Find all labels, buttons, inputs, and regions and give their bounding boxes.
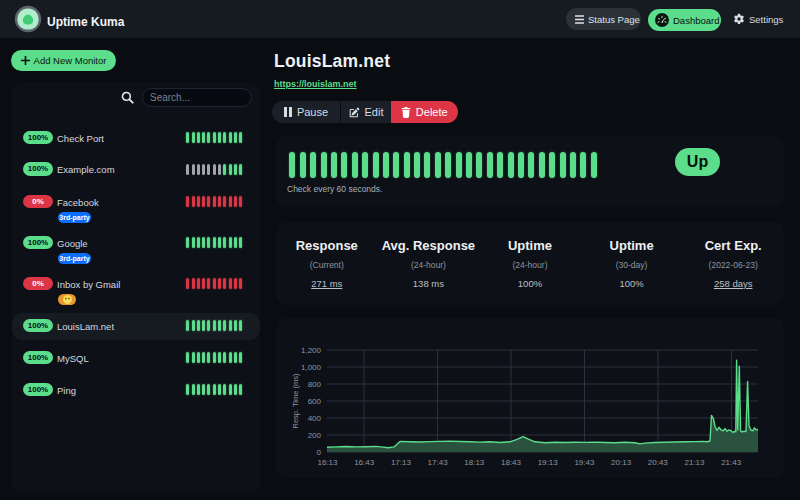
- svg-text:1,000: 1,000: [301, 363, 322, 372]
- svg-text:16:13: 16:13: [317, 458, 338, 467]
- svg-text:19:13: 19:13: [538, 458, 559, 467]
- svg-text:600: 600: [308, 397, 322, 406]
- svg-text:400: 400: [308, 414, 322, 423]
- svg-text:20:13: 20:13: [611, 458, 632, 467]
- svg-text:18:43: 18:43: [501, 458, 522, 467]
- svg-text:19:43: 19:43: [574, 458, 595, 467]
- svg-text:21:43: 21:43: [721, 458, 742, 467]
- svg-text:800: 800: [308, 380, 322, 389]
- svg-text:0: 0: [317, 448, 322, 457]
- svg-text:21:13: 21:13: [684, 458, 705, 467]
- svg-text:16:43: 16:43: [354, 458, 375, 467]
- svg-text:18:13: 18:13: [464, 458, 485, 467]
- svg-text:Resp. Time (ms): Resp. Time (ms): [291, 373, 300, 429]
- svg-text:1,200: 1,200: [301, 346, 322, 355]
- svg-text:20:43: 20:43: [648, 458, 669, 467]
- svg-text:17:13: 17:13: [391, 458, 412, 467]
- svg-text:200: 200: [308, 431, 322, 440]
- svg-text:17:43: 17:43: [428, 458, 449, 467]
